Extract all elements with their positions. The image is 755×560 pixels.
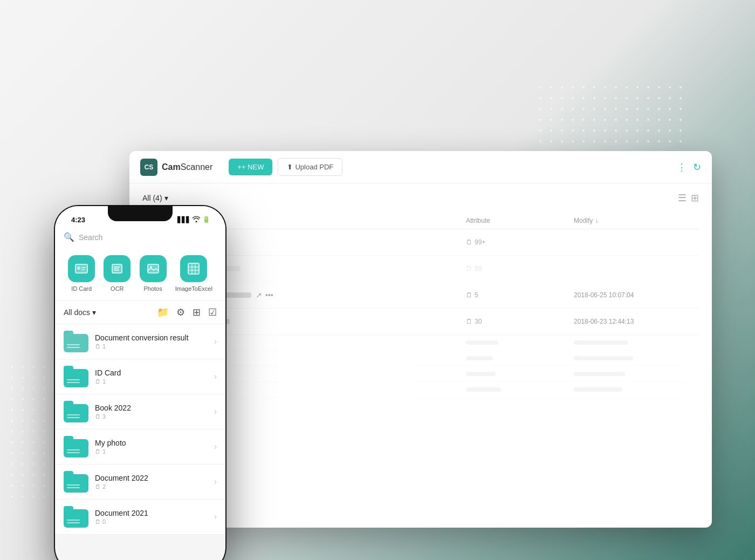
svg-rect-8 — [114, 267, 120, 268]
chevron-icon: › — [214, 372, 217, 381]
filter-bar: All (4) ▾ ☰ ⊞ — [142, 192, 699, 204]
row-date: 2018-06-23 12:44:13 — [574, 318, 692, 325]
idcard-label: ID Card — [71, 285, 92, 292]
chevron-icon: › — [214, 442, 217, 452]
folder-icon — [64, 471, 88, 493]
photos-icon — [140, 255, 167, 282]
logo-area: CS CamScanner — [140, 159, 212, 176]
all-docs-button[interactable]: All docs ▾ — [64, 308, 96, 317]
doc-count: 🗒 1 — [95, 448, 208, 455]
status-time: 4:23 — [66, 216, 85, 224]
col-modify[interactable]: Modify ↓ — [574, 217, 692, 224]
doc-info: Book 2022 🗒 3 — [95, 404, 208, 420]
list-item[interactable]: Document 2021 🗒 0 › — [55, 500, 225, 535]
phone-notch — [108, 206, 173, 221]
ocr-label: OCR — [111, 285, 123, 292]
folder-icon — [64, 506, 88, 528]
doc-title: Document conversion result — [95, 333, 208, 342]
view-icons: ☰ ⊞ — [678, 192, 699, 204]
upload-icon: ⬆ — [287, 163, 293, 171]
phone-search-bar[interactable]: 🔍 Search — [55, 228, 225, 249]
doc-count: 🗒 2 — [95, 483, 208, 490]
phone-doc-list: Document conversion result 🗒 1 › — [55, 324, 225, 535]
svg-rect-9 — [114, 268, 119, 269]
folder-new-icon[interactable]: 📁 — [157, 306, 169, 318]
list-item[interactable]: ID Card 🗒 1 › — [55, 359, 225, 394]
doc-info: My photo 🗒 1 — [95, 439, 208, 455]
doc-info: Document 2021 🗒 0 — [95, 509, 208, 525]
grid-view-icon[interactable]: ⊞ — [691, 192, 699, 204]
app-icon-photos[interactable]: Photos — [140, 255, 167, 292]
phone-screen: 4:23 ▋▋▋ 🔋 🔍 Search — [55, 206, 225, 560]
row-date: 2018-06-25 10:07:04 — [574, 291, 692, 299]
toolbar-action-icons: 📁 ⚙ ⊞ ☑ — [157, 306, 217, 318]
phone-toolbar: All docs ▾ 📁 ⚙ ⊞ ☑ — [55, 301, 225, 324]
header-icons: ⋮ ↻ — [677, 161, 701, 173]
chevron-icon: › — [214, 407, 217, 416]
list-item[interactable]: Document 2022 🗒 2 › — [55, 465, 225, 500]
status-icons: ▋▋▋ 🔋 — [177, 216, 215, 223]
doc-count: 🗒 1 — [95, 378, 208, 385]
doc-info: Document 2022 🗒 2 — [95, 474, 208, 490]
sort-icon[interactable]: ⋮ — [677, 161, 687, 173]
sort-icon[interactable]: ⚙ — [176, 306, 185, 318]
doc-info: Document conversion result 🗒 1 — [95, 333, 208, 350]
doc-title: My photo — [95, 439, 208, 447]
chevron-icon: › — [214, 512, 217, 522]
more-icon[interactable]: ••• — [265, 291, 273, 299]
svg-rect-10 — [114, 270, 119, 271]
doc-count: 🗒 1 — [95, 343, 208, 350]
imagetoexcel-label: ImageToExcel — [175, 285, 212, 292]
row-attribute: 🗒 99+ — [466, 238, 574, 246]
doc-info: ID Card 🗒 1 — [95, 368, 208, 385]
folder-icon — [64, 401, 88, 422]
new-button[interactable]: + + NEW — [229, 159, 272, 175]
chevron-icon: › — [214, 477, 217, 487]
list-item[interactable]: Document conversion result 🗒 1 › — [55, 324, 225, 359]
grid-view-icon[interactable]: ⊞ — [193, 306, 201, 318]
app-icon-imagetoexcel[interactable]: ImageToExcel — [175, 255, 212, 292]
upload-pdf-button[interactable]: ⬆ Upload PDF — [278, 158, 342, 176]
desktop-header: CS CamScanner + + NEW ⬆ Upload PDF ⋮ ↻ — [129, 151, 712, 183]
row-attribute: 🗒 5 — [466, 291, 574, 299]
mobile-phone: 4:23 ▋▋▋ 🔋 🔍 Search — [54, 205, 226, 560]
select-icon[interactable]: ☑ — [208, 306, 217, 318]
list-item[interactable]: Book 2022 🗒 3 › — [55, 394, 225, 429]
row-actions: ↗ ••• — [256, 291, 273, 299]
doc-count: 🗒 0 — [95, 518, 208, 525]
doc-title: Document 2021 — [95, 509, 208, 517]
filter-label[interactable]: All (4) ▾ — [142, 194, 168, 202]
open-icon[interactable]: ↗ — [256, 291, 262, 299]
svg-rect-13 — [188, 263, 199, 274]
folder-icon — [64, 331, 88, 352]
list-item[interactable]: My photo 🗒 1 › — [55, 429, 225, 465]
search-placeholder: Search — [79, 233, 102, 242]
list-view-icon[interactable]: ☰ — [678, 192, 687, 204]
folder-icon — [64, 436, 88, 457]
battery-icon: 🔋 — [202, 216, 210, 223]
svg-rect-11 — [148, 264, 159, 273]
ocr-icon — [104, 255, 131, 282]
folder-icon — [64, 366, 88, 387]
idcard-icon — [68, 255, 95, 282]
app-icons-row: ID Card OCR — [55, 249, 225, 301]
chevron-icon: › — [214, 337, 217, 346]
svg-point-4 — [77, 267, 80, 270]
refresh-icon[interactable]: ↻ — [693, 161, 701, 173]
signal-icon: ▋▋▋ — [177, 216, 190, 223]
doc-count: 🗒 3 — [95, 413, 208, 420]
wifi-icon — [193, 216, 200, 223]
app-icon-idcard[interactable]: ID Card — [68, 255, 95, 292]
search-icon: 🔍 — [64, 232, 74, 242]
app-logo-icon: CS — [140, 159, 157, 176]
row-attribute: 🗒 30 — [466, 318, 574, 325]
svg-rect-5 — [81, 267, 86, 268]
doc-title: Book 2022 — [95, 404, 208, 412]
new-icon: + — [237, 163, 242, 171]
photos-label: Photos — [143, 285, 162, 292]
imagetoexcel-icon — [180, 255, 207, 282]
svg-rect-6 — [81, 269, 85, 270]
doc-title: Document 2022 — [95, 474, 208, 482]
app-icon-ocr[interactable]: OCR — [104, 255, 131, 292]
row-attribute: 🗒 99 — [466, 265, 574, 272]
